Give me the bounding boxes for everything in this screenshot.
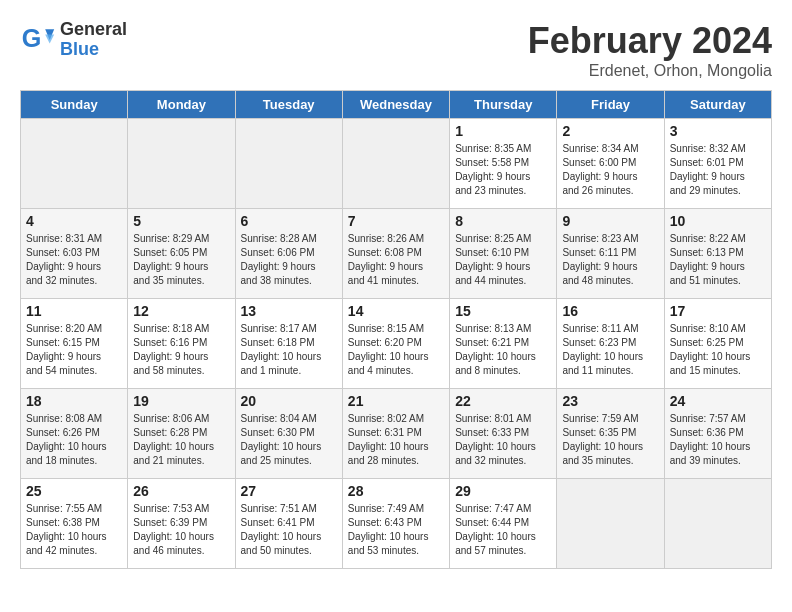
day-number: 22 — [455, 393, 551, 409]
day-info-line: Sunrise: 8:02 AM — [348, 412, 444, 426]
day-info-line: and 11 minutes. — [562, 364, 658, 378]
day-info-line: Sunset: 6:25 PM — [670, 336, 766, 350]
day-info-line: and 42 minutes. — [26, 544, 122, 558]
day-info-line: and 4 minutes. — [348, 364, 444, 378]
calendar-cell — [128, 119, 235, 209]
day-info-line: Sunset: 6:33 PM — [455, 426, 551, 440]
calendar-cell: 8Sunrise: 8:25 AMSunset: 6:10 PMDaylight… — [450, 209, 557, 299]
day-info-line: and 50 minutes. — [241, 544, 337, 558]
calendar-cell: 29Sunrise: 7:47 AMSunset: 6:44 PMDayligh… — [450, 479, 557, 569]
day-info-line: and 38 minutes. — [241, 274, 337, 288]
day-info-line: Daylight: 9 hours — [455, 170, 551, 184]
day-info-line: Sunset: 6:13 PM — [670, 246, 766, 260]
day-info-line: and 51 minutes. — [670, 274, 766, 288]
day-number: 25 — [26, 483, 122, 499]
day-info-line: and 44 minutes. — [455, 274, 551, 288]
day-info-line: and 35 minutes. — [133, 274, 229, 288]
day-info-line: and 58 minutes. — [133, 364, 229, 378]
day-info-line: Sunrise: 8:25 AM — [455, 232, 551, 246]
day-info-line: and 46 minutes. — [133, 544, 229, 558]
day-number: 13 — [241, 303, 337, 319]
day-info-line: Sunset: 6:06 PM — [241, 246, 337, 260]
calendar-cell: 26Sunrise: 7:53 AMSunset: 6:39 PMDayligh… — [128, 479, 235, 569]
day-info-line: Sunrise: 8:28 AM — [241, 232, 337, 246]
day-info-line: Sunset: 6:05 PM — [133, 246, 229, 260]
calendar-cell: 3Sunrise: 8:32 AMSunset: 6:01 PMDaylight… — [664, 119, 771, 209]
day-info-line: and 32 minutes. — [455, 454, 551, 468]
day-info-line: Sunset: 6:20 PM — [348, 336, 444, 350]
calendar-cell: 18Sunrise: 8:08 AMSunset: 6:26 PMDayligh… — [21, 389, 128, 479]
day-info-line: Sunrise: 7:49 AM — [348, 502, 444, 516]
logo-text: General Blue — [60, 20, 127, 60]
logo-icon: G — [20, 22, 56, 58]
day-info-line: and 32 minutes. — [26, 274, 122, 288]
day-number: 20 — [241, 393, 337, 409]
day-info-line: Sunset: 6:41 PM — [241, 516, 337, 530]
svg-marker-2 — [45, 34, 54, 43]
calendar-cell: 9Sunrise: 8:23 AMSunset: 6:11 PMDaylight… — [557, 209, 664, 299]
day-info-line: Sunrise: 8:35 AM — [455, 142, 551, 156]
day-info-line: Sunrise: 7:59 AM — [562, 412, 658, 426]
day-info-line: Sunrise: 8:04 AM — [241, 412, 337, 426]
day-info-line: Daylight: 9 hours — [670, 260, 766, 274]
day-number: 19 — [133, 393, 229, 409]
week-row-2: 4Sunrise: 8:31 AMSunset: 6:03 PMDaylight… — [21, 209, 772, 299]
day-info-line: Sunset: 6:23 PM — [562, 336, 658, 350]
day-info-line: Sunrise: 7:51 AM — [241, 502, 337, 516]
calendar-cell: 24Sunrise: 7:57 AMSunset: 6:36 PMDayligh… — [664, 389, 771, 479]
day-info-line: Sunset: 6:31 PM — [348, 426, 444, 440]
calendar-cell: 6Sunrise: 8:28 AMSunset: 6:06 PMDaylight… — [235, 209, 342, 299]
day-info-line: Sunrise: 7:55 AM — [26, 502, 122, 516]
day-header-monday: Monday — [128, 91, 235, 119]
day-info-line: Daylight: 10 hours — [241, 530, 337, 544]
logo-blue: Blue — [60, 40, 127, 60]
day-number: 27 — [241, 483, 337, 499]
day-info-line: Daylight: 10 hours — [133, 530, 229, 544]
day-info-line: and 26 minutes. — [562, 184, 658, 198]
day-info-line: and 21 minutes. — [133, 454, 229, 468]
calendar-cell: 20Sunrise: 8:04 AMSunset: 6:30 PMDayligh… — [235, 389, 342, 479]
day-info-line: Daylight: 9 hours — [562, 260, 658, 274]
logo-general: General — [60, 20, 127, 40]
day-info-line: Daylight: 10 hours — [670, 440, 766, 454]
day-info-line: Sunset: 6:15 PM — [26, 336, 122, 350]
day-info-line: Daylight: 10 hours — [133, 440, 229, 454]
day-info-line: Daylight: 9 hours — [133, 350, 229, 364]
day-info-line: Sunrise: 8:32 AM — [670, 142, 766, 156]
calendar-cell: 17Sunrise: 8:10 AMSunset: 6:25 PMDayligh… — [664, 299, 771, 389]
calendar-table: SundayMondayTuesdayWednesdayThursdayFrid… — [20, 90, 772, 569]
calendar-cell: 16Sunrise: 8:11 AMSunset: 6:23 PMDayligh… — [557, 299, 664, 389]
calendar-cell — [664, 479, 771, 569]
svg-text:G: G — [22, 24, 42, 52]
day-number: 15 — [455, 303, 551, 319]
day-number: 5 — [133, 213, 229, 229]
day-info-line: Sunset: 6:39 PM — [133, 516, 229, 530]
day-info-line: and 23 minutes. — [455, 184, 551, 198]
day-number: 4 — [26, 213, 122, 229]
day-info-line: Daylight: 9 hours — [26, 260, 122, 274]
day-number: 6 — [241, 213, 337, 229]
day-info-line: Sunset: 6:44 PM — [455, 516, 551, 530]
day-info-line: Daylight: 10 hours — [455, 530, 551, 544]
day-info-line: Sunrise: 8:26 AM — [348, 232, 444, 246]
day-info-line: and 29 minutes. — [670, 184, 766, 198]
day-info-line: Daylight: 10 hours — [562, 350, 658, 364]
day-number: 17 — [670, 303, 766, 319]
day-number: 1 — [455, 123, 551, 139]
day-info-line: Daylight: 10 hours — [455, 350, 551, 364]
day-number: 8 — [455, 213, 551, 229]
calendar-cell: 10Sunrise: 8:22 AMSunset: 6:13 PMDayligh… — [664, 209, 771, 299]
day-info-line: Sunrise: 8:11 AM — [562, 322, 658, 336]
day-info-line: Sunset: 6:18 PM — [241, 336, 337, 350]
day-info-line: and 25 minutes. — [241, 454, 337, 468]
day-info-line: and 48 minutes. — [562, 274, 658, 288]
day-info-line: Sunrise: 7:53 AM — [133, 502, 229, 516]
day-info-line: Sunrise: 8:22 AM — [670, 232, 766, 246]
day-info-line: Sunset: 6:43 PM — [348, 516, 444, 530]
day-info-line: and 41 minutes. — [348, 274, 444, 288]
day-info-line: and 39 minutes. — [670, 454, 766, 468]
page-header: G General Blue February 2024 Erdenet, Or… — [20, 20, 772, 80]
day-number: 29 — [455, 483, 551, 499]
day-info-line: Sunrise: 8:10 AM — [670, 322, 766, 336]
day-number: 10 — [670, 213, 766, 229]
